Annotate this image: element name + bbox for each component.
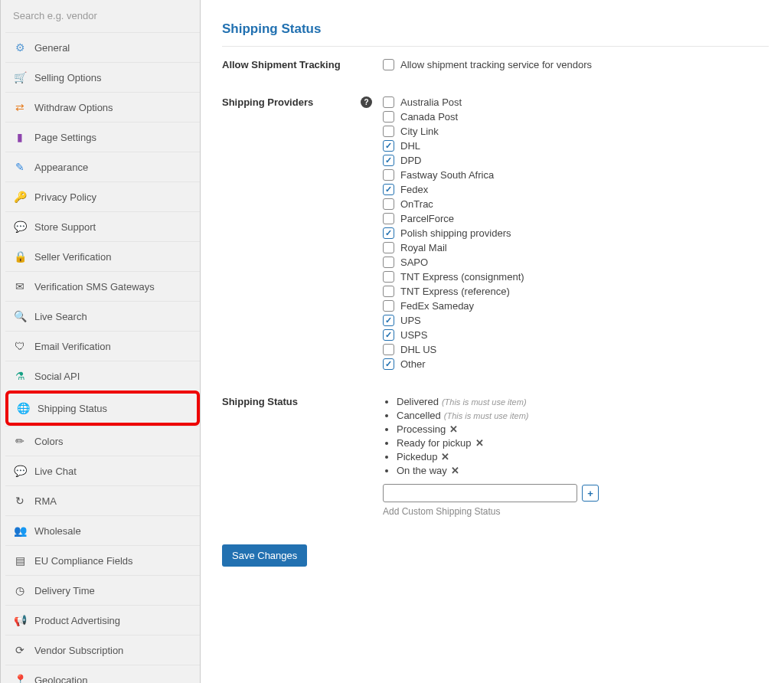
- remove-status-icon[interactable]: ✕: [449, 423, 458, 435]
- provider-checkbox[interactable]: [383, 213, 394, 224]
- status-item: On the way✕: [397, 465, 769, 476]
- remove-status-icon[interactable]: ✕: [475, 437, 484, 449]
- sidebar-item-label: Wholesale: [34, 525, 81, 537]
- nav-icon: 📢: [13, 613, 27, 627]
- nav-icon: ✏: [13, 434, 27, 448]
- provider-checkbox[interactable]: [383, 286, 394, 297]
- sidebar-item-label: Colors: [34, 436, 64, 447]
- sidebar-item-social-api[interactable]: ⚗Social API: [5, 361, 200, 391]
- sidebar-item-label: Withdraw Options: [34, 102, 113, 113]
- provider-label: Fedex: [400, 184, 428, 195]
- nav-icon: ⇄: [13, 100, 27, 114]
- provider-checkbox[interactable]: [383, 140, 394, 152]
- sidebar-item-live-chat[interactable]: 💬Live Chat: [5, 456, 200, 485]
- sidebar-item-vendor-subscription[interactable]: ⟳Vendor Subscription: [5, 635, 200, 665]
- provider-checkbox[interactable]: [383, 329, 394, 341]
- status-item-label: Cancelled: [397, 410, 441, 421]
- provider-checkbox[interactable]: [383, 344, 394, 355]
- sidebar-item-label: Live Chat: [34, 466, 77, 477]
- nav-icon: 💬: [13, 464, 27, 478]
- nav-icon: 🛒: [13, 70, 27, 84]
- sidebar-item-appearance[interactable]: ✎Appearance: [5, 152, 200, 181]
- provider-label: SAPO: [400, 257, 428, 268]
- sidebar-item-privacy-policy[interactable]: 🔑Privacy Policy: [5, 181, 200, 211]
- custom-status-input[interactable]: [383, 484, 577, 502]
- provider-checkbox[interactable]: [383, 242, 394, 253]
- help-icon[interactable]: ?: [361, 96, 372, 108]
- provider-label: Polish shipping providers: [400, 227, 511, 239]
- provider-checkbox[interactable]: [383, 198, 394, 210]
- sidebar-item-delivery-time[interactable]: ◷Delivery Time: [5, 575, 200, 605]
- status-item-label: Processing: [397, 423, 446, 435]
- sidebar-item-label: Seller Verification: [34, 251, 111, 263]
- nav-icon: 🛡: [13, 339, 27, 353]
- provider-checkbox[interactable]: [383, 184, 394, 195]
- nav-icon: ▤: [13, 554, 27, 567]
- sidebar-item-verification-sms-gateways[interactable]: ✉Verification SMS Gateways: [5, 271, 200, 301]
- sidebar-item-selling-options[interactable]: 🛒Selling Options: [5, 62, 200, 92]
- provider-label: DPD: [400, 155, 421, 166]
- sidebar-item-label: Shipping Status: [38, 403, 107, 414]
- status-item-label: Ready for pickup: [397, 437, 472, 449]
- status-item-label: On the way: [397, 465, 447, 476]
- provider-checkbox[interactable]: [383, 358, 394, 370]
- sidebar-item-label: General: [34, 42, 70, 54]
- remove-status-icon[interactable]: ✕: [451, 465, 459, 476]
- provider-checkbox[interactable]: [383, 300, 394, 312]
- sidebar-item-label: Product Advertising: [34, 615, 120, 626]
- sidebar-item-product-advertising[interactable]: 📢Product Advertising: [5, 605, 200, 635]
- nav-icon: 🔑: [13, 190, 27, 204]
- sidebar-item-wholesale[interactable]: 👥Wholesale: [5, 515, 200, 545]
- sidebar-item-seller-verification[interactable]: 🔒Seller Verification: [5, 241, 200, 271]
- provider-checkbox[interactable]: [383, 111, 394, 123]
- sidebar-item-label: Selling Options: [34, 72, 101, 83]
- sidebar-item-general[interactable]: ⚙General: [5, 32, 200, 62]
- provider-label: ParcelForce: [400, 213, 454, 224]
- provider-label: TNT Express (consignment): [400, 271, 524, 283]
- provider-label: Australia Post: [400, 96, 462, 108]
- sidebar-item-label: Email Verification: [34, 341, 111, 352]
- nav-icon: ⚙: [13, 41, 27, 54]
- status-item: Ready for pickup✕: [397, 437, 769, 449]
- nav-icon: ✉: [13, 279, 27, 293]
- sidebar-item-colors[interactable]: ✏Colors: [5, 426, 200, 456]
- save-button[interactable]: Save Changes: [222, 544, 307, 567]
- provider-label: Royal Mail: [400, 242, 447, 253]
- sidebar-item-rma[interactable]: ↻RMA: [5, 485, 200, 515]
- nav-icon: 🔒: [13, 250, 27, 263]
- provider-label: Canada Post: [400, 111, 458, 123]
- tracking-checkbox-label: Allow shipment tracking service for vend…: [400, 59, 592, 70]
- nav-icon: 📍: [13, 673, 27, 683]
- provider-checkbox[interactable]: [383, 96, 394, 108]
- provider-checkbox[interactable]: [383, 271, 394, 283]
- remove-status-icon[interactable]: ✕: [441, 451, 449, 462]
- provider-label: Other: [400, 358, 426, 370]
- status-item: Delivered(This is must use item): [397, 396, 769, 407]
- provider-checkbox[interactable]: [383, 126, 394, 137]
- add-status-button[interactable]: +: [582, 485, 599, 502]
- sidebar-item-page-settings[interactable]: ▮Page Settings: [5, 122, 200, 152]
- providers-label: Shipping Providers ?: [222, 96, 383, 108]
- provider-checkbox[interactable]: [383, 315, 394, 326]
- sidebar-item-label: Privacy Policy: [34, 191, 96, 203]
- status-item-label: Delivered: [397, 396, 439, 407]
- sidebar-item-withdraw-options[interactable]: ⇄Withdraw Options: [5, 92, 200, 122]
- nav-icon: ◷: [13, 583, 27, 597]
- sidebar-item-store-support[interactable]: 💬Store Support: [5, 211, 200, 241]
- sidebar-item-eu-compliance-fields[interactable]: ▤EU Compliance Fields: [5, 545, 200, 575]
- sidebar-item-geolocation[interactable]: 📍Geolocation: [5, 665, 200, 683]
- provider-label: USPS: [400, 329, 427, 341]
- provider-label: OnTrac: [400, 198, 433, 210]
- nav-icon: 🌐: [16, 401, 30, 415]
- sidebar-item-label: Geolocation: [34, 675, 87, 684]
- provider-checkbox[interactable]: [383, 169, 394, 181]
- sidebar-item-shipping-status[interactable]: 🌐Shipping Status: [5, 391, 200, 426]
- sidebar-item-email-verification[interactable]: 🛡Email Verification: [5, 331, 200, 361]
- provider-checkbox[interactable]: [383, 155, 394, 166]
- sidebar-item-live-search[interactable]: 🔍Live Search: [5, 301, 200, 331]
- provider-checkbox[interactable]: [383, 257, 394, 268]
- tracking-checkbox[interactable]: [383, 59, 394, 70]
- provider-label: UPS: [400, 315, 421, 326]
- search-input[interactable]: Search e.g. vendor: [5, 5, 200, 32]
- provider-checkbox[interactable]: [383, 227, 394, 239]
